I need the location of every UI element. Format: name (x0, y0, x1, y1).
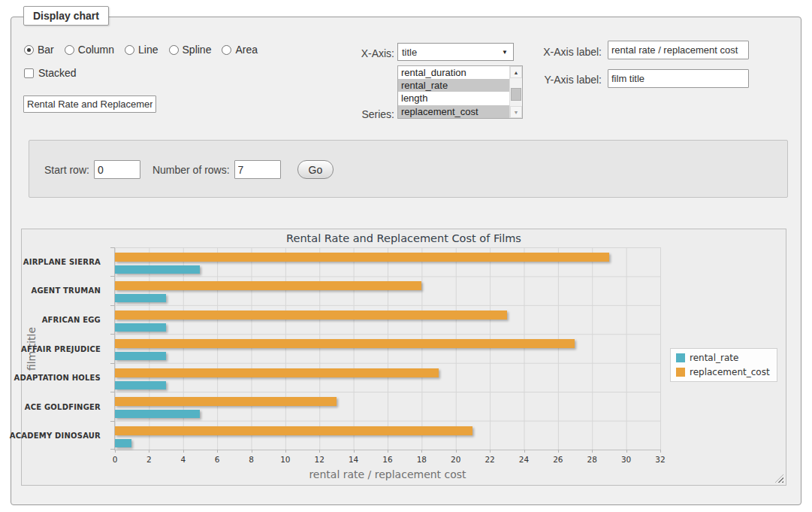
start-row-label: Start row: (44, 164, 89, 176)
y-axis-tick (110, 247, 115, 248)
x-axis-label-input[interactable] (608, 41, 749, 59)
radio-icon[interactable] (24, 45, 34, 55)
row-controls-box: Start row: Number of rows: Go (29, 140, 788, 198)
bar-group-affair-prejudice (115, 334, 660, 362)
bar-replacement_cost[interactable] (115, 311, 507, 320)
chart-type-radio-group: BarColumnLineSplineArea (24, 44, 258, 56)
legend-label: rental_rate (690, 353, 738, 363)
x-axis-select-label: X-Axis: (327, 47, 394, 59)
bar-rental_rate[interactable] (115, 381, 166, 389)
radio-icon[interactable] (65, 45, 74, 55)
chart-type-radio-column[interactable]: Column (65, 44, 114, 56)
series-select-label: Series: (327, 108, 394, 120)
chart-legend[interactable]: rental_ratereplacement_cost (670, 348, 777, 382)
legend-item-replacement_cost[interactable]: replacement_cost (676, 367, 770, 377)
radio-label: Column (78, 44, 114, 56)
x-axis-select[interactable]: title ▼ (397, 43, 514, 61)
x-axis-tick-label: 12 (315, 455, 324, 464)
number-of-rows-input[interactable] (234, 160, 281, 179)
start-row-input[interactable] (94, 160, 140, 179)
radio-icon[interactable] (222, 45, 231, 55)
legend-item-rental_rate[interactable]: rental_rate (676, 353, 770, 363)
x-axis-tick-label: 10 (280, 455, 290, 464)
legend-label: replacement_cost (690, 367, 770, 377)
bar-rental_rate[interactable] (115, 323, 166, 332)
radio-label: Line (138, 44, 158, 56)
x-axis-tick (558, 450, 559, 453)
chart-type-radio-spline[interactable]: Spline (169, 44, 212, 56)
chart-title: Rental Rate and Replacement Cost of Film… (22, 232, 786, 244)
bar-rental_rate[interactable] (115, 352, 166, 360)
x-axis-label-label: X-Axis label: (507, 46, 602, 58)
y-axis-tick (110, 305, 115, 306)
chart-type-radio-line[interactable]: Line (125, 44, 158, 56)
x-axis-tick-label: 8 (249, 455, 254, 464)
x-axis-tick (217, 450, 218, 453)
y-axis-tick (110, 334, 115, 335)
stacked-option[interactable]: Stacked (24, 67, 77, 79)
chart-x-axis-title: rental rate / replacement cost (114, 468, 661, 480)
x-axis-tick-label: 14 (349, 455, 358, 464)
bar-replacement_cost[interactable] (115, 368, 439, 377)
bar-rental_rate[interactable] (115, 410, 200, 418)
chart-type-radio-area[interactable]: Area (222, 44, 258, 56)
radio-label: Spline (183, 44, 212, 56)
y-axis-tick (110, 421, 115, 422)
stacked-checkbox[interactable] (24, 68, 34, 78)
bar-replacement_cost[interactable] (115, 426, 472, 435)
x-axis-tick-label: 20 (451, 455, 460, 464)
bar-rental_rate[interactable] (115, 294, 166, 302)
x-axis-tick (354, 450, 355, 453)
x-axis-tick (490, 450, 491, 453)
chart-title-input[interactable] (23, 95, 156, 113)
x-axis-tick (421, 450, 422, 453)
radio-label: Bar (38, 44, 54, 56)
x-axis-tick-label: 28 (587, 455, 597, 464)
x-axis-tick-label: 30 (621, 455, 631, 464)
x-axis-tick (252, 450, 252, 453)
series-multiselect[interactable]: rental_durationrental_ratelengthreplacem… (397, 65, 523, 119)
x-axis-tick (285, 450, 286, 453)
bar-replacement_cost[interactable] (115, 397, 337, 406)
scrollbar-thumb[interactable] (511, 88, 521, 101)
bar-replacement_cost[interactable] (115, 281, 421, 290)
x-axis-tick (183, 450, 184, 453)
bar-rental_rate[interactable] (115, 439, 131, 447)
go-button[interactable]: Go (297, 160, 334, 179)
bar-rental_rate[interactable] (115, 265, 200, 274)
series-option-replacement_cost[interactable]: replacement_cost (398, 105, 509, 118)
x-axis-tick (626, 450, 627, 453)
x-axis-tick (456, 450, 457, 453)
bar-group-african-egg (115, 305, 660, 334)
series-option-rental_rate[interactable]: rental_rate (398, 79, 509, 92)
category-label: AFFAIR PREJUDICE (37, 335, 107, 364)
series-options: rental_durationrental_ratelengthreplacem… (398, 66, 509, 118)
y-axis-tick (110, 392, 115, 392)
y-axis-label-input[interactable] (608, 69, 749, 88)
resize-handle-icon[interactable] (775, 474, 783, 483)
x-axis-tick-label: 0 (113, 455, 118, 464)
radio-label: Area (235, 44, 258, 56)
y-axis-tick (110, 276, 115, 277)
x-axis-tick-label: 6 (215, 455, 220, 464)
chart-container: Rental Rate and Replacement Cost of Film… (21, 229, 786, 486)
category-axis-labels: AIRPLANE SIERRAAGENT TRUMANAFRICAN EGGAF… (37, 247, 107, 450)
series-option-length[interactable]: length (398, 92, 509, 105)
x-axis-tick-label: 2 (146, 455, 152, 464)
bar-group-ace-goldfinger (115, 392, 660, 420)
series-option-rental_duration[interactable]: rental_duration (398, 66, 509, 79)
scroll-down-icon[interactable]: ▼ (510, 106, 522, 118)
bar-replacement_cost[interactable] (115, 253, 609, 262)
radio-icon[interactable] (169, 45, 179, 55)
x-axis-tick (660, 450, 661, 453)
x-axis-tick (524, 450, 525, 453)
bar-group-agent-truman (115, 276, 660, 304)
chart-type-radio-bar[interactable]: Bar (24, 44, 54, 56)
radio-icon[interactable] (125, 45, 134, 55)
x-axis-tick-label: 4 (180, 455, 186, 464)
category-label: AIRPLANE SIERRA (37, 247, 107, 277)
x-axis-selected-value: title (398, 47, 497, 58)
x-axis-tick-label: 22 (484, 455, 494, 464)
bar-group-airplane-sierra (115, 247, 660, 276)
bar-replacement_cost[interactable] (115, 339, 575, 348)
